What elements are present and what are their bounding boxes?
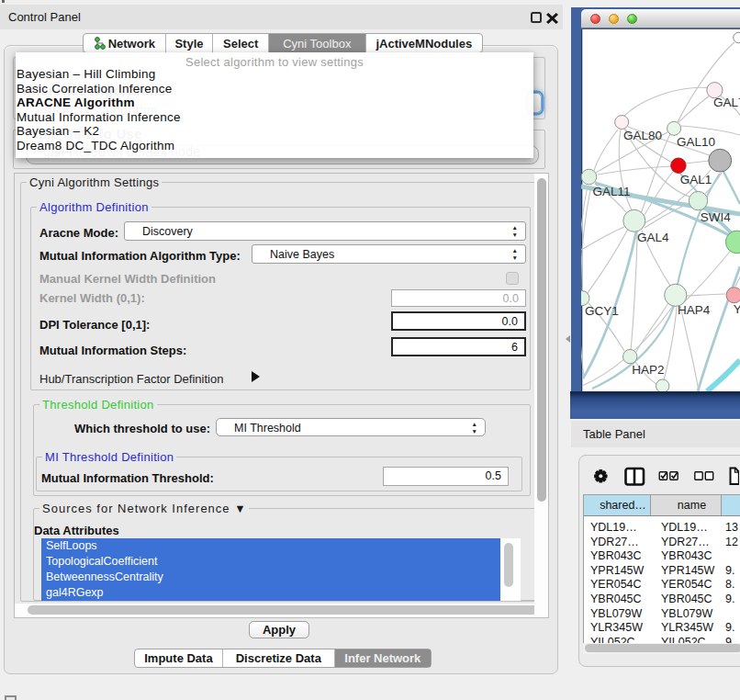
svg-text:GAL7: GAL7 [713,96,740,109]
svg-text:GAL80: GAL80 [623,129,662,142]
svg-text:Y: Y [734,302,740,316]
svg-text:GAL11: GAL11 [593,185,631,198]
svg-text:GAL4: GAL4 [637,231,669,244]
svg-text:HAP2: HAP2 [632,363,664,377]
svg-text:GAL1: GAL1 [680,173,712,186]
svg-text:GCY1: GCY1 [585,304,619,318]
svg-text:GAL10: GAL10 [677,135,715,149]
svg-text:SWI4: SWI4 [701,210,731,224]
svg-text:HAP4: HAP4 [678,303,711,317]
